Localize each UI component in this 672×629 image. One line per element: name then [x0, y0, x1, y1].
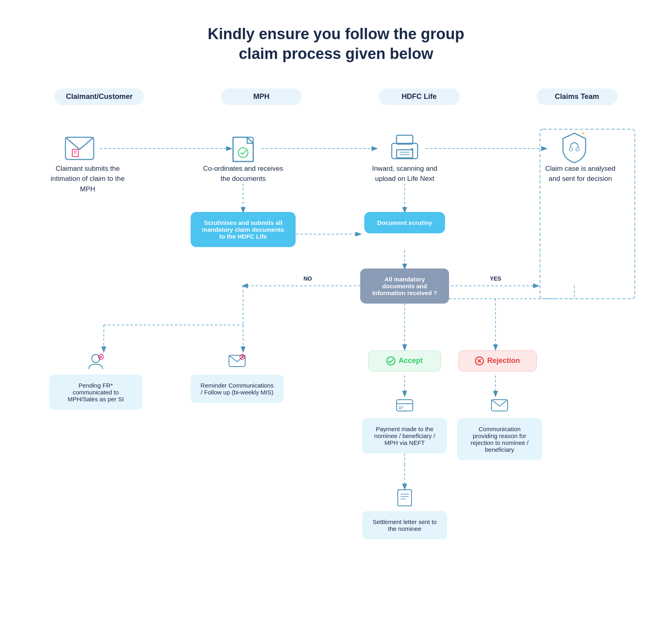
svg-point-11	[411, 148, 413, 151]
svg-rect-8	[392, 143, 418, 159]
reminder-box: Reminder Communications / Follow up (bi-…	[191, 351, 284, 403]
pending-fr-box: Pending FR* communicated to MPH/Sales as…	[49, 351, 142, 410]
swimlane-claimant: Claimant/Customer	[55, 88, 144, 105]
mph-step-label: Co-ordinates and receives the documents	[203, 164, 284, 184]
payment-node: Payment made to the nominee / beneficiar…	[362, 395, 447, 453]
page: Kindly ensure you follow the group claim…	[0, 0, 672, 629]
page-title: Kindly ensure you follow the group claim…	[16, 24, 656, 64]
swimlane-hdfc: HDFC Life	[379, 88, 460, 105]
svg-rect-19	[540, 129, 635, 299]
settlement-node: Settlement letter sent to the nominee	[362, 488, 447, 539]
hdfc-step-label: Inward, scanning and upload on Life Next	[364, 164, 445, 184]
swimlane-mph: MPH	[221, 88, 302, 105]
svg-point-16	[576, 148, 579, 151]
accept-box: Accept	[362, 350, 447, 371]
mph-blue-box: Scrutinises and submits all mandatory cl…	[191, 212, 296, 247]
svg-text:YES: YES	[490, 275, 501, 282]
svg-text:NO: NO	[304, 275, 312, 282]
rejection-box: Rejection	[457, 350, 538, 371]
svg-point-6	[238, 148, 248, 157]
doc-scrutiny-box: Document scrutiny	[362, 212, 447, 233]
decision-box: All mandatory documents and information …	[360, 268, 449, 304]
svg-rect-55	[398, 490, 412, 506]
svg-rect-10	[397, 150, 413, 158]
svg-rect-9	[397, 135, 413, 144]
svg-rect-52	[397, 400, 413, 411]
claims-step-label: Claim case is analysed and sent for deci…	[540, 164, 621, 184]
rejection-comm-node: Communication providing reason for rejec…	[457, 395, 542, 460]
swimlane-claims: Claims Team	[537, 88, 617, 105]
svg-point-48	[387, 357, 395, 365]
flow-diagram: NO YES	[17, 125, 655, 610]
swimlane-headers: Claimant/Customer MPH HDFC Life Claims T…	[16, 88, 656, 105]
svg-point-15	[569, 148, 573, 151]
claimant-step-label: Claimant submits the intimation of claim…	[49, 164, 126, 195]
